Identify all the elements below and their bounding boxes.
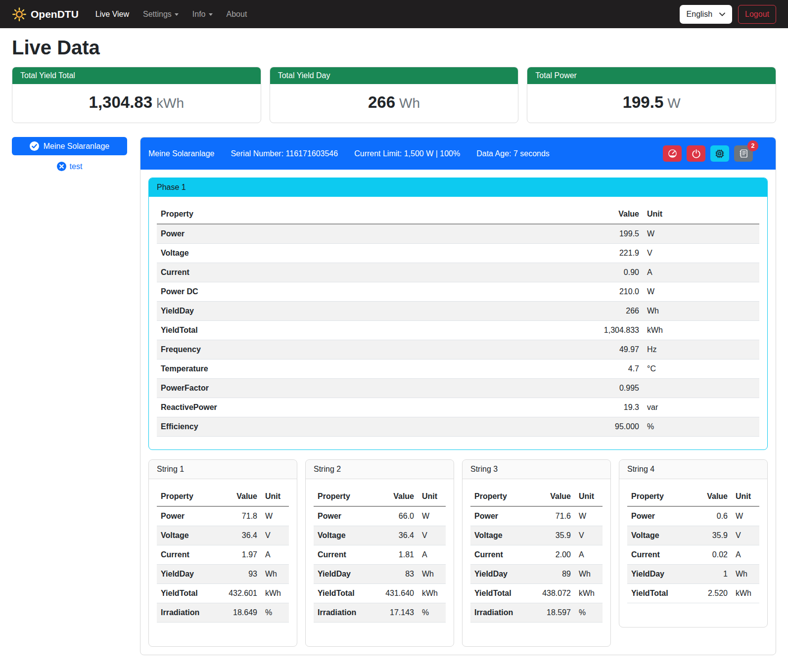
total-power-card: Total Power 199.5W bbox=[527, 67, 776, 123]
string-4-table: Property Value Unit Power0.6WVoltage35.9… bbox=[627, 487, 759, 603]
string-1-card: String 1 Property Value Unit bbox=[148, 459, 297, 647]
table-header-row: Property Value Unit bbox=[470, 487, 603, 506]
cell-property: Irradiation bbox=[470, 603, 529, 623]
cell-unit: V bbox=[732, 526, 759, 545]
cell-unit: kWh bbox=[575, 584, 603, 603]
card-value-block: 266Wh bbox=[270, 84, 518, 123]
cell-property: YieldTotal bbox=[157, 321, 569, 340]
cell-unit: % bbox=[418, 603, 446, 623]
dropdown-caret-icon bbox=[175, 13, 179, 16]
card-unit: Wh bbox=[399, 95, 420, 111]
table-row: YieldTotal432.601kWh bbox=[157, 584, 289, 603]
card-value: 266 bbox=[368, 93, 395, 111]
cell-property: YieldDay bbox=[627, 565, 686, 584]
cell-property: Irradiation bbox=[157, 603, 216, 623]
cell-property: Voltage bbox=[157, 526, 216, 545]
nav-link-live-view[interactable]: Live View bbox=[90, 6, 135, 23]
cell-property: YieldTotal bbox=[157, 584, 216, 603]
string-title: String 1 bbox=[149, 460, 297, 479]
string-2-card: String 2 Property Value Unit bbox=[305, 459, 454, 647]
cell-property: Current bbox=[157, 545, 216, 565]
power-button[interactable] bbox=[687, 145, 705, 162]
total-yield-total-card: Total Yield Total 1,304.83kWh bbox=[12, 67, 261, 123]
table-row: YieldDay89Wh bbox=[470, 565, 603, 584]
check-circle-icon bbox=[30, 141, 39, 151]
cell-unit: % bbox=[643, 417, 759, 437]
string-title: String 2 bbox=[306, 460, 454, 479]
table-row: Temperature4.7°C bbox=[157, 359, 759, 379]
column-value: Value bbox=[569, 205, 643, 224]
inverter-select-button[interactable]: Meine Solaranlage bbox=[12, 137, 127, 155]
cell-value: 89 bbox=[529, 565, 575, 584]
x-circle-icon bbox=[57, 162, 66, 171]
string-title: String 4 bbox=[619, 460, 767, 479]
event-log-button[interactable]: 2 bbox=[734, 145, 753, 162]
column-unit: Unit bbox=[575, 487, 603, 506]
limit-settings-button[interactable] bbox=[663, 145, 682, 162]
cell-unit: Wh bbox=[732, 565, 759, 584]
data-age: Data Age: 7 seconds bbox=[476, 149, 550, 158]
nav-link-settings[interactable]: Settings bbox=[137, 6, 185, 23]
summary-cards-row: Total Yield Total 1,304.83kWh Total Yiel… bbox=[12, 67, 776, 123]
language-select[interactable]: English bbox=[680, 5, 732, 24]
cell-property: YieldTotal bbox=[314, 584, 372, 603]
cell-unit: Wh bbox=[261, 565, 289, 584]
inverter-name-label: Meine Solaranlage bbox=[44, 142, 109, 151]
cell-value: 4.7 bbox=[569, 359, 643, 379]
cell-property: YieldDay bbox=[314, 565, 372, 584]
column-property: Property bbox=[157, 487, 216, 506]
card-title: Total Yield Day bbox=[270, 67, 518, 84]
cell-value: 66.0 bbox=[372, 506, 418, 526]
inverter-sidebar: Meine Solaranlage test bbox=[12, 137, 127, 171]
cell-property: Efficiency bbox=[157, 417, 569, 437]
cell-unit: V bbox=[418, 526, 446, 545]
cell-value: 35.9 bbox=[529, 526, 575, 545]
cell-unit: Wh bbox=[643, 302, 759, 321]
cell-property: Temperature bbox=[157, 359, 569, 379]
nav-link-about[interactable]: About bbox=[221, 6, 253, 23]
cell-property: Current bbox=[627, 545, 686, 565]
string-2-table: Property Value Unit Power66.0WVoltage36.… bbox=[314, 487, 446, 623]
cell-value: 266 bbox=[569, 302, 643, 321]
card-value: 1,304.83 bbox=[89, 93, 152, 111]
nav-link-info[interactable]: Info bbox=[186, 6, 219, 23]
table-row: Current1.97A bbox=[157, 545, 289, 565]
cell-value: 221.9 bbox=[569, 244, 643, 263]
string-1-table: Property Value Unit Power71.8WVoltage36.… bbox=[157, 487, 289, 623]
table-row: Power199.5W bbox=[157, 224, 759, 244]
brand-link[interactable]: OpenDTU bbox=[12, 7, 79, 22]
cell-value: 1,304.833 bbox=[569, 321, 643, 340]
table-row: Frequency49.97Hz bbox=[157, 340, 759, 359]
cell-unit: kWh bbox=[418, 584, 446, 603]
cell-unit: Wh bbox=[575, 565, 603, 584]
table-row: Efficiency95.000% bbox=[157, 417, 759, 437]
cell-property: YieldDay bbox=[470, 565, 529, 584]
cell-value: 2.00 bbox=[529, 545, 575, 565]
cell-unit: % bbox=[575, 603, 603, 623]
table-row: Current2.00A bbox=[470, 545, 603, 565]
logout-button[interactable]: Logout bbox=[738, 5, 776, 24]
device-info-button[interactable] bbox=[710, 145, 729, 162]
cell-unit: °C bbox=[643, 359, 759, 379]
cell-property: Voltage bbox=[157, 244, 569, 263]
phase-1-card: Phase 1 Property Value Unit P bbox=[148, 178, 768, 450]
cell-value: 199.5 bbox=[569, 224, 643, 244]
cell-unit: % bbox=[261, 603, 289, 623]
cell-value: 17.143 bbox=[372, 603, 418, 623]
cell-unit bbox=[643, 379, 759, 398]
cell-value: 71.6 bbox=[529, 506, 575, 526]
table-row: YieldDay83Wh bbox=[314, 565, 446, 584]
column-property: Property bbox=[314, 487, 372, 506]
cell-unit: Wh bbox=[418, 565, 446, 584]
table-row: YieldTotal431.640kWh bbox=[314, 584, 446, 603]
cell-unit: kWh bbox=[261, 584, 289, 603]
inverter-name: Meine Solaranlage bbox=[148, 149, 214, 158]
column-property: Property bbox=[470, 487, 529, 506]
inverter-link-test[interactable]: test bbox=[12, 162, 127, 171]
table-row: Irradiation17.143% bbox=[314, 603, 446, 623]
cell-value: 93 bbox=[216, 565, 261, 584]
cell-unit: W bbox=[732, 506, 759, 526]
cell-unit: W bbox=[575, 506, 603, 526]
table-row: YieldTotal2.520kWh bbox=[627, 584, 759, 603]
table-header-row: Property Value Unit bbox=[314, 487, 446, 506]
